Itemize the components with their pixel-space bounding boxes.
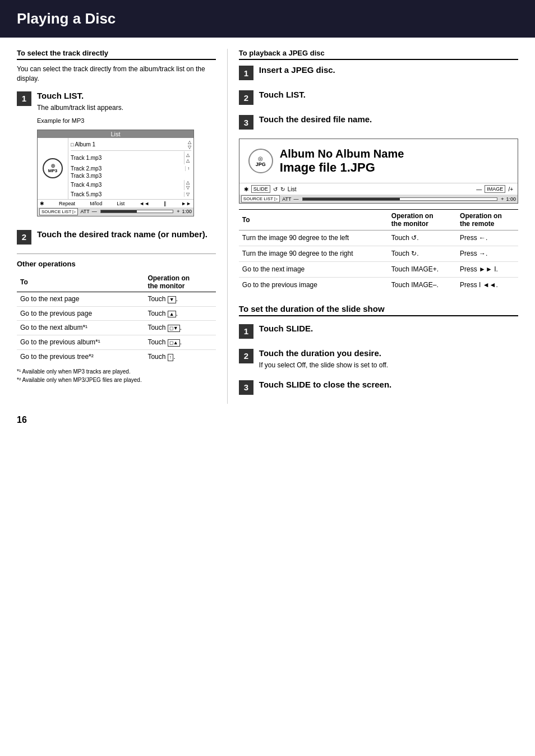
- jpeg-time: 1:00: [506, 196, 516, 202]
- table-row: Go to the previous page Touch ▲.: [17, 306, 216, 321]
- page-header: Playing a Disc: [0, 0, 535, 38]
- table-row: Go to the previous album*¹ Touch ◻▲.: [17, 335, 216, 350]
- footnote1: *¹ Available only when MP3 tracks are pl…: [17, 367, 216, 376]
- ops-header-to: To: [17, 273, 144, 292]
- folder-icon: □: [71, 142, 73, 147]
- page-number: 16: [0, 404, 535, 431]
- album-label: Album 1: [75, 141, 95, 147]
- step2-number: 2: [17, 230, 31, 245]
- jpeg-op-remote-3: Press ►► I.: [456, 261, 518, 277]
- jpeg-display-mockup: ◎ JPG Album No Album Name Image file 1.J…: [239, 139, 518, 204]
- op-monitor-5: Touch ↑.: [144, 350, 215, 364]
- jpeg-att-label: ATT: [282, 196, 291, 202]
- track2-label: Track 2.mp3: [71, 165, 102, 172]
- display-body: ◎ MP3 □ Album 1 △: [38, 138, 193, 199]
- jpeg-op-remote-1: Press ←.: [456, 231, 518, 246]
- slide-step2-number: 2: [239, 349, 253, 363]
- mp3-logo-icon: ◎: [51, 163, 55, 168]
- step2-main: Touch the desired track name (or number)…: [37, 229, 216, 240]
- jpeg-op-monitor-4: Touch IMAGE–.: [388, 277, 456, 292]
- time-display: 1:00: [182, 209, 192, 214]
- jpeg-step1-main: Insert a JPEG disc.: [259, 64, 518, 76]
- op-to-5: Go to the previous tree*²: [17, 350, 144, 364]
- step1-main: Touch LIST.: [37, 90, 216, 102]
- minus-label: —: [92, 209, 97, 214]
- jpeg-step2-block: 2 Touch LIST.: [239, 89, 518, 105]
- jpeg-op-monitor-1: Touch ↺.: [388, 231, 456, 246]
- jpeg-progress-bar: [302, 197, 498, 201]
- jpeg-info: Album No Album Name Image file 1.JPG: [280, 147, 404, 175]
- jpeg-ctrl-list: List: [288, 186, 297, 192]
- slide-step1-content: Touch SLIDE.: [259, 323, 518, 334]
- source-list-btn[interactable]: SOURCE LIST ▷: [39, 208, 78, 215]
- jpeg-display-content: ◎ JPG Album No Album Name Image file 1.J…: [239, 139, 518, 183]
- jpeg-step2-content: Touch LIST.: [259, 89, 518, 100]
- att-label: ATT: [80, 209, 89, 214]
- track3-label: Track 3.mp3: [71, 173, 102, 179]
- op-to-4: Go to the previous album*¹: [17, 335, 144, 350]
- track1-row: Track 1.mp3 △ △: [71, 151, 191, 165]
- track4-label: Track 4.mp3: [71, 182, 102, 188]
- other-ops-title: Other operations: [17, 260, 216, 268]
- control-settings: ✱: [40, 201, 44, 206]
- mp3-logo: ◎ MP3: [43, 158, 63, 178]
- track4-row: Track 4.mp3 △ ▽: [71, 179, 191, 191]
- op-to-3: Go to the next album*¹: [17, 321, 144, 335]
- progress-fill: [101, 210, 137, 213]
- control-prev: ◄◄: [139, 201, 149, 206]
- slide-step3-block: 3 Touch SLIDE to close the screen.: [239, 379, 518, 395]
- control-next: ►►: [181, 201, 191, 206]
- jpeg-step1-number: 1: [239, 66, 253, 80]
- left-section-desc: You can select the track directly from t…: [17, 64, 216, 84]
- ops-table: To Operation onthe monitor Go to the nex…: [17, 273, 216, 364]
- slide-step2-main: Touch the duration you desire.: [259, 348, 518, 359]
- op-monitor-3: Touch ◻▼.: [144, 321, 215, 335]
- jpeg-step2-number: 2: [239, 90, 253, 105]
- jpeg-step1-content: Insert a JPEG disc.: [259, 64, 518, 76]
- jpeg-ops-header-remote: Operation onthe remote: [456, 210, 518, 231]
- jpeg-op-monitor-3: Touch IMAGE+.: [388, 261, 456, 277]
- jpeg-step3-main: Touch the desired file name.: [259, 114, 518, 125]
- slide-step1-number: 1: [239, 324, 253, 339]
- jpeg-step1-block: 1 Insert a JPEG disc.: [239, 64, 518, 80]
- jpeg-section-title: To playback a JPEG disc: [239, 49, 518, 60]
- jpeg-ctrl-settings: ✱: [244, 186, 248, 192]
- page-title: Playing a Disc: [17, 10, 518, 27]
- right-column: To playback a JPEG disc 1 Insert a JPEG …: [228, 49, 518, 404]
- track1-label: Track 1.mp3: [71, 155, 102, 161]
- jpeg-op-remote-2: Press →.: [456, 246, 518, 262]
- example-label: Example for MP3: [37, 117, 216, 124]
- table-row: Go to the next album*¹ Touch ◻▼.: [17, 321, 216, 335]
- divider1: [17, 253, 216, 254]
- mp3-logo-text: MP3: [48, 168, 57, 173]
- jpeg-step3-block: 3 Touch the desired file name.: [239, 114, 518, 130]
- slide-section: To set the duration of the slide show 1 …: [239, 304, 518, 395]
- jpeg-source-list-btn[interactable]: SOURCE LIST ▷: [241, 195, 280, 202]
- jpeg-ctrl-rotate-right: ↻: [280, 186, 285, 192]
- left-column: To select the track directly You can sel…: [17, 49, 228, 404]
- slide-step3-content: Touch SLIDE to close the screen.: [259, 379, 518, 390]
- jpeg-ops-table: To Operation onthe monitor Operation ont…: [239, 209, 518, 292]
- step1-sub: The album/track list appears.: [37, 103, 216, 113]
- jpeg-ctrl-slide: SLIDE: [251, 185, 270, 193]
- slide-section-title: To set the duration of the slide show: [239, 304, 518, 316]
- jpeg-step3-number: 3: [239, 115, 253, 130]
- footnotes: *¹ Available only when MP3 tracks are pl…: [17, 367, 216, 384]
- jpeg-logo: ◎ JPG: [248, 149, 273, 173]
- left-section-title: To select the track directly: [17, 49, 216, 60]
- slide-step2-content: Touch the duration you desire. If you se…: [259, 348, 518, 370]
- step1-number: 1: [17, 91, 31, 106]
- main-content: To select the track directly You can sel…: [0, 49, 535, 404]
- slide-step3-main: Touch SLIDE to close the screen.: [259, 379, 518, 390]
- op-monitor-4: Touch ◻▲.: [144, 335, 215, 350]
- track5-label: Track 5.mp3: [71, 191, 102, 197]
- track5-row: Track 5.mp3 ▽: [71, 191, 191, 198]
- jpeg-op-to-3: Go to the next image: [239, 261, 388, 277]
- controls-row: ✱ Repeat M/lod List ◄◄ ‖ ►►: [38, 199, 193, 208]
- jpeg-ops-header-monitor: Operation onthe monitor: [388, 210, 456, 231]
- album-row: □ Album 1 △ ▽: [71, 139, 191, 151]
- slide-step1-main: Touch SLIDE.: [259, 323, 518, 334]
- plus-label: +: [177, 209, 179, 214]
- jpeg-op-to-2: Turn the image 90 degree to the right: [239, 246, 388, 262]
- slide-step1-block: 1 Touch SLIDE.: [239, 323, 518, 339]
